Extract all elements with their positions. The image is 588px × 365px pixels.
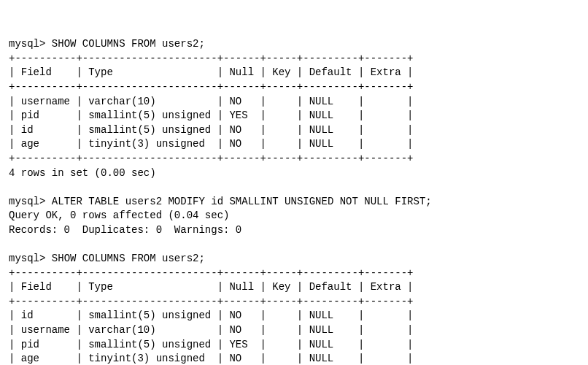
prompt-line-1: mysql> SHOW COLUMNS FROM users2; <box>9 38 205 50</box>
result-footer-1: 4 rows in set (0.00 sec) <box>9 167 156 179</box>
table-row: | id | smallint(5) unsigned | NO | | NUL… <box>9 124 414 136</box>
sql-command-2: ALTER TABLE users2 MODIFY id SMALLINT UN… <box>52 196 432 207</box>
sql-command-1: SHOW COLUMNS FROM users2; <box>52 38 205 50</box>
table-row: | pid | smallint(5) unsigned | YES | | N… <box>9 339 414 350</box>
mysql-prompt: mysql> <box>9 38 45 50</box>
table1-border-bottom: +----------+----------------------+-----… <box>9 153 414 164</box>
table-row: | age | tinyint(3) unsigned | NO | | NUL… <box>9 353 414 364</box>
table1-header: | Field | Type | Null | Key | Default | … <box>9 66 414 78</box>
mysql-prompt: mysql> <box>9 253 45 264</box>
table-row: | age | tinyint(3) unsigned | NO | | NUL… <box>9 138 414 150</box>
prompt-line-3: mysql> SHOW COLUMNS FROM users2; <box>9 253 205 264</box>
terminal-output: mysql> SHOW COLUMNS FROM users2; +------… <box>9 37 579 365</box>
query-ok-line: Query OK, 0 rows affected (0.04 sec) <box>9 210 229 221</box>
table-row: | pid | smallint(5) unsigned | YES | | N… <box>9 110 414 121</box>
table1-border-top: +----------+----------------------+-----… <box>9 53 414 64</box>
prompt-line-2: mysql> ALTER TABLE users2 MODIFY id SMAL… <box>9 196 432 207</box>
table-row: | username | varchar(10) | NO | | NULL |… <box>9 324 414 336</box>
table1-border-mid: +----------+----------------------+-----… <box>9 81 414 93</box>
table-row: | username | varchar(10) | NO | | NULL |… <box>9 96 414 107</box>
sql-command-3: SHOW COLUMNS FROM users2; <box>52 253 205 264</box>
table2-border-top: +----------+----------------------+-----… <box>9 267 414 279</box>
table2-border-mid: +----------+----------------------+-----… <box>9 296 414 307</box>
table2-header: | Field | Type | Null | Key | Default | … <box>9 281 414 293</box>
records-line: Records: 0 Duplicates: 0 Warnings: 0 <box>9 224 241 236</box>
mysql-prompt: mysql> <box>9 196 45 207</box>
table-row: | id | smallint(5) unsigned | NO | | NUL… <box>9 310 414 321</box>
